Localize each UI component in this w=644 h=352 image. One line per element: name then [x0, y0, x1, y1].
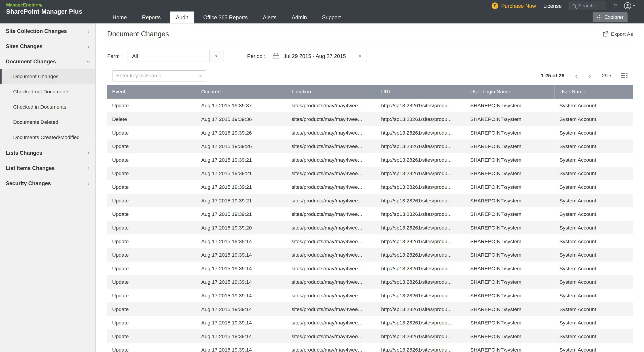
clear-search-button[interactable]: × [199, 73, 202, 79]
column-header-user-login-name[interactable]: User Login Name [465, 85, 554, 99]
table-cell: Aug 17 2015 19:39:26 [196, 126, 287, 139]
chevron-down-icon: ▾ [633, 4, 635, 8]
column-header-occured[interactable]: Occured [196, 85, 287, 99]
table-search[interactable]: × [112, 70, 206, 81]
period-picker[interactable]: Jul 29 2015 - Aug 27 2015 × [268, 50, 366, 62]
table-cell: SHAREPOINT\system [465, 234, 554, 248]
nav-tab-alerts[interactable]: Alerts [257, 12, 282, 23]
purchase-now-button[interactable]: $ Purchase Now [492, 3, 536, 9]
table-row[interactable]: UpdateAug 17 2015 19:39:14sites/products… [107, 343, 633, 352]
table-row[interactable]: UpdateAug 17 2015 19:39:20sites/products… [107, 221, 633, 234]
nav-tab-admin[interactable]: Admin [286, 12, 312, 23]
sidebar-subitem-documents-created-modified[interactable]: Documents Created/Modified [0, 130, 95, 145]
table-cell: Aug 17 2015 19:39:14 [196, 316, 287, 330]
top-bar-right: $ Purchase Now License ? [96, 0, 644, 24]
table-row[interactable]: UpdateAug 17 2015 19:39:21sites/products… [107, 180, 633, 194]
table-cell: http://sp13:28261/sites/produ... [376, 316, 465, 330]
sidebar-item-site-collection-changes[interactable]: Site Collection Changes› [0, 24, 95, 39]
column-header-user-name[interactable]: User Name [554, 85, 633, 99]
clear-period-button[interactable]: × [358, 53, 362, 59]
table-cell: http://sp13:28261/sites/produ... [376, 329, 465, 343]
table-cell: Update [107, 343, 196, 352]
table-row[interactable]: UpdateAug 17 2015 19:39:21sites/products… [107, 194, 633, 207]
table-cell: SHAREPOINT\system [465, 207, 554, 221]
global-search-input[interactable] [578, 3, 602, 9]
sidebar-subitem-documents-deleted[interactable]: Documents Deleted [0, 115, 95, 130]
page-header: Document Changes Export As [107, 24, 633, 45]
explorer-label: Explorer [604, 14, 624, 20]
sidebar-subitem-checked-in-documents[interactable]: Checked in Documents [0, 99, 95, 115]
table-row[interactable]: UpdateAug 17 2015 19:39:14sites/products… [107, 329, 633, 343]
prev-page-button[interactable]: ‹ [575, 72, 578, 80]
license-button[interactable]: License [544, 3, 562, 9]
sidebar-subitem-checked-out-documents[interactable]: Checked out Documents [0, 84, 95, 100]
table-row[interactable]: UpdateAug 17 2015 19:39:14sites/products… [107, 289, 633, 302]
table-cell: sites/products/may/may4wee... [287, 166, 376, 180]
table-row[interactable]: UpdateAug 17 2015 19:39:21sites/products… [107, 153, 633, 166]
column-settings-button[interactable] [621, 73, 628, 79]
user-menu[interactable]: ▾ [624, 2, 635, 10]
table-row[interactable]: UpdateAug 17 2015 19:39:21sites/products… [107, 207, 633, 221]
table-cell: http://sp13:28261/sites/produ... [376, 275, 465, 289]
table-cell: Update [107, 221, 196, 234]
nav-tab-home[interactable]: Home [107, 12, 132, 23]
table-cell: SHAREPOINT\system [465, 153, 554, 166]
table-cell: Aug 17 2015 19:39:14 [196, 302, 287, 316]
nav-tab-office-365-reports[interactable]: Office 365 Reports [198, 12, 253, 23]
nav-tab-support[interactable]: Support [316, 12, 346, 23]
sidebar-item-label: Sites Changes [6, 43, 43, 50]
table-row[interactable]: UpdateAug 17 2015 19:39:14sites/products… [107, 275, 633, 289]
top-bar: ManageEngine SharePoint Manager Plus $ P… [0, 0, 644, 24]
table-row[interactable]: UpdateAug 17 2015 19:39:26sites/products… [107, 126, 633, 139]
table-row[interactable]: UpdateAug 17 2015 19:39:14sites/products… [107, 248, 633, 262]
table-cell: Update [107, 166, 196, 180]
chevron-right-icon: › [88, 43, 90, 50]
column-header-event[interactable]: Event [107, 85, 196, 99]
sidebar-item-sites-changes[interactable]: Sites Changes› [0, 39, 95, 54]
export-as-button[interactable]: Export As [602, 31, 633, 37]
period-label: Period : [247, 53, 266, 59]
chevron-right-icon: › [88, 165, 90, 171]
table-cell: sites/products/may/may4wee... [287, 234, 376, 248]
table-cell: SHAREPOINT\system [465, 221, 554, 234]
export-icon [602, 31, 608, 37]
table-row[interactable]: UpdateAug 17 2015 19:39:37sites/products… [107, 99, 633, 112]
sidebar-item-lists-changes[interactable]: Lists Changes› [0, 145, 95, 160]
table-cell: System Account [554, 207, 633, 221]
column-header-location[interactable]: Location [287, 85, 376, 99]
sidebar-item-document-changes[interactable]: Document Changes› [0, 54, 95, 69]
table-cell: SHAREPOINT\system [465, 289, 554, 302]
table-header-row: EventOccuredLocationURLUser Login NameUs… [107, 85, 633, 99]
table-row[interactable]: UpdateAug 17 2015 19:39:14sites/products… [107, 316, 633, 330]
table-cell: http://sp13:28261/sites/produ... [376, 180, 465, 194]
table-cell: System Account [554, 126, 633, 139]
table-row[interactable]: DeleteAug 17 2015 19:39:36sites/products… [107, 112, 633, 126]
table-search-input[interactable] [116, 73, 199, 79]
table-cell: SHAREPOINT\system [465, 139, 554, 153]
help-button[interactable]: ? [613, 3, 616, 9]
chevron-right-icon: › [88, 149, 90, 156]
nav-tab-audit[interactable]: Audit [170, 12, 194, 23]
sidebar-item-list-items-changes[interactable]: List Items Changes› [0, 160, 95, 175]
table-cell: sites/products/may/may4wee... [287, 302, 376, 316]
brand-logo[interactable]: ManageEngine SharePoint Manager Plus [0, 0, 96, 24]
sidebar-subitem-document-changes[interactable]: Document Changes [0, 69, 95, 84]
table-cell: Update [107, 153, 196, 166]
table-row[interactable]: UpdateAug 17 2015 19:39:21sites/products… [107, 166, 633, 180]
table-row[interactable]: UpdateAug 17 2015 19:39:14sites/products… [107, 234, 633, 248]
table-row[interactable]: UpdateAug 17 2015 19:39:14sites/products… [107, 302, 633, 316]
global-search[interactable] [569, 1, 606, 10]
sidebar-item-security-changes[interactable]: Security Changes› [0, 175, 95, 191]
page-size-select[interactable]: 25 ▾ [602, 73, 611, 79]
nav-tab-reports[interactable]: Reports [136, 12, 166, 23]
farm-select[interactable]: All ▾ [127, 50, 224, 62]
next-page-button[interactable]: › [588, 72, 591, 80]
table-row[interactable]: UpdateAug 17 2015 19:39:26sites/products… [107, 139, 633, 153]
farm-select-value: All [127, 53, 209, 59]
column-header-url[interactable]: URL [376, 85, 465, 99]
table-row[interactable]: UpdateAug 17 2015 19:39:14sites/products… [107, 262, 633, 275]
table-cell: Aug 17 2015 19:39:20 [196, 221, 287, 234]
explorer-button[interactable]: Explorer [593, 12, 628, 22]
table-cell: sites/products/may/may4wee... [287, 207, 376, 221]
table-cell: Aug 17 2015 19:39:21 [196, 166, 287, 180]
